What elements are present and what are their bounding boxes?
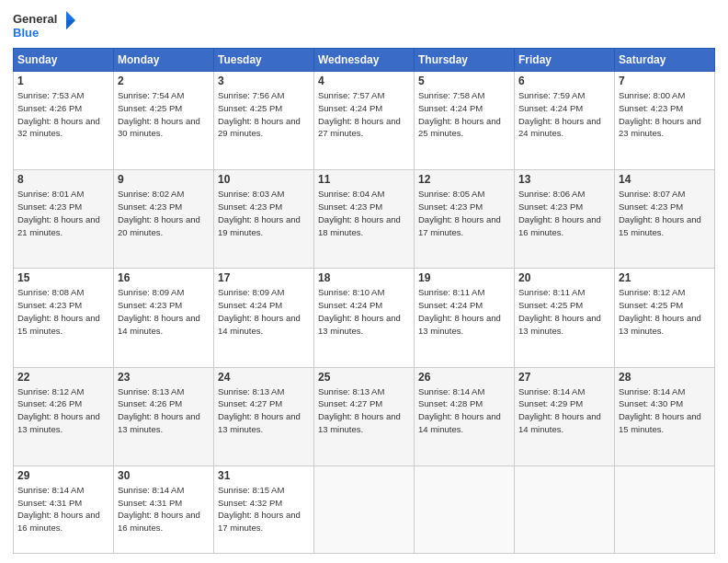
day-info: Sunrise: 8:07 AMSunset: 4:23 PMDaylight:… bbox=[619, 189, 701, 236]
svg-text:Blue: Blue bbox=[13, 26, 39, 40]
day-number: 19 bbox=[418, 271, 510, 284]
calendar-cell: 2 Sunrise: 7:54 AMSunset: 4:25 PMDayligh… bbox=[114, 72, 214, 170]
day-info: Sunrise: 8:08 AMSunset: 4:23 PMDaylight:… bbox=[17, 287, 100, 335]
svg-text:General: General bbox=[13, 12, 57, 26]
calendar-cell: 10 Sunrise: 8:03 AMSunset: 4:23 PMDaylig… bbox=[214, 170, 314, 269]
calendar-cell: 14 Sunrise: 8:07 AMSunset: 4:23 PMDaylig… bbox=[615, 170, 715, 269]
day-number: 22 bbox=[17, 371, 109, 384]
day-number: 4 bbox=[318, 75, 410, 87]
calendar-cell: 27 Sunrise: 8:14 AMSunset: 4:29 PMDaylig… bbox=[515, 367, 615, 465]
col-header-friday: Friday bbox=[515, 49, 615, 72]
calendar-cell: 1 Sunrise: 7:53 AMSunset: 4:26 PMDayligh… bbox=[14, 72, 114, 170]
day-number: 5 bbox=[418, 75, 510, 87]
day-number: 12 bbox=[418, 173, 510, 186]
calendar-cell: 9 Sunrise: 8:02 AMSunset: 4:23 PMDayligh… bbox=[114, 170, 214, 269]
week-row-1: 1 Sunrise: 7:53 AMSunset: 4:26 PMDayligh… bbox=[14, 72, 715, 170]
day-info: Sunrise: 8:14 AMSunset: 4:30 PMDaylight:… bbox=[619, 386, 701, 434]
day-info: Sunrise: 8:03 AMSunset: 4:23 PMDaylight:… bbox=[218, 189, 301, 236]
day-number: 2 bbox=[118, 75, 210, 87]
svg-marker-3 bbox=[66, 20, 75, 29]
calendar-cell: 3 Sunrise: 7:56 AMSunset: 4:25 PMDayligh… bbox=[214, 72, 314, 170]
day-info: Sunrise: 8:14 AMSunset: 4:31 PMDaylight:… bbox=[118, 485, 200, 533]
day-info: Sunrise: 8:11 AMSunset: 4:24 PMDaylight:… bbox=[418, 287, 501, 335]
day-number: 13 bbox=[518, 173, 610, 186]
calendar-cell bbox=[314, 465, 415, 553]
calendar-cell: 7 Sunrise: 8:00 AMSunset: 4:23 PMDayligh… bbox=[615, 72, 715, 170]
col-header-wednesday: Wednesday bbox=[314, 49, 415, 72]
calendar-cell: 25 Sunrise: 8:13 AMSunset: 4:27 PMDaylig… bbox=[314, 367, 415, 465]
week-row-5: 29 Sunrise: 8:14 AMSunset: 4:31 PMDaylig… bbox=[14, 465, 715, 553]
calendar-cell: 13 Sunrise: 8:06 AMSunset: 4:23 PMDaylig… bbox=[515, 170, 615, 269]
day-info: Sunrise: 7:57 AMSunset: 4:24 PMDaylight:… bbox=[318, 90, 401, 138]
calendar-cell: 30 Sunrise: 8:14 AMSunset: 4:31 PMDaylig… bbox=[114, 465, 214, 553]
day-info: Sunrise: 7:58 AMSunset: 4:24 PMDaylight:… bbox=[418, 90, 501, 138]
day-number: 16 bbox=[118, 271, 210, 284]
calendar-table: SundayMondayTuesdayWednesdayThursdayFrid… bbox=[13, 48, 715, 554]
day-number: 18 bbox=[318, 271, 410, 284]
day-info: Sunrise: 8:04 AMSunset: 4:23 PMDaylight:… bbox=[318, 189, 401, 236]
day-info: Sunrise: 8:15 AMSunset: 4:32 PMDaylight:… bbox=[218, 485, 301, 533]
calendar-cell: 26 Sunrise: 8:14 AMSunset: 4:28 PMDaylig… bbox=[415, 367, 515, 465]
day-info: Sunrise: 8:14 AMSunset: 4:31 PMDaylight:… bbox=[17, 485, 100, 533]
day-number: 28 bbox=[619, 371, 711, 384]
day-number: 21 bbox=[619, 271, 711, 284]
day-info: Sunrise: 8:02 AMSunset: 4:23 PMDaylight:… bbox=[118, 189, 200, 236]
col-header-saturday: Saturday bbox=[615, 49, 715, 72]
day-number: 15 bbox=[17, 271, 109, 284]
day-info: Sunrise: 8:00 AMSunset: 4:23 PMDaylight:… bbox=[619, 90, 701, 138]
day-number: 1 bbox=[17, 75, 109, 87]
day-number: 20 bbox=[518, 271, 610, 284]
day-info: Sunrise: 8:12 AMSunset: 4:25 PMDaylight:… bbox=[619, 287, 701, 335]
day-info: Sunrise: 8:11 AMSunset: 4:25 PMDaylight:… bbox=[518, 287, 601, 335]
calendar-cell bbox=[415, 465, 515, 553]
day-number: 24 bbox=[218, 371, 310, 384]
day-info: Sunrise: 8:09 AMSunset: 4:23 PMDaylight:… bbox=[118, 287, 200, 335]
day-number: 7 bbox=[619, 75, 711, 87]
day-info: Sunrise: 8:13 AMSunset: 4:27 PMDaylight:… bbox=[218, 386, 301, 434]
calendar-cell: 8 Sunrise: 8:01 AMSunset: 4:23 PMDayligh… bbox=[14, 170, 114, 269]
day-number: 9 bbox=[118, 173, 210, 186]
calendar-cell: 6 Sunrise: 7:59 AMSunset: 4:24 PMDayligh… bbox=[515, 72, 615, 170]
calendar-cell: 22 Sunrise: 8:12 AMSunset: 4:26 PMDaylig… bbox=[14, 367, 114, 465]
day-number: 31 bbox=[218, 469, 310, 482]
calendar-cell: 12 Sunrise: 8:05 AMSunset: 4:23 PMDaylig… bbox=[415, 170, 515, 269]
calendar-cell: 23 Sunrise: 8:13 AMSunset: 4:26 PMDaylig… bbox=[114, 367, 214, 465]
calendar-cell: 11 Sunrise: 8:04 AMSunset: 4:23 PMDaylig… bbox=[314, 170, 415, 269]
day-info: Sunrise: 8:14 AMSunset: 4:28 PMDaylight:… bbox=[418, 386, 501, 434]
day-info: Sunrise: 8:01 AMSunset: 4:23 PMDaylight:… bbox=[17, 189, 100, 236]
day-number: 29 bbox=[17, 469, 109, 482]
col-header-monday: Monday bbox=[114, 49, 214, 72]
calendar-cell: 31 Sunrise: 8:15 AMSunset: 4:32 PMDaylig… bbox=[214, 465, 314, 553]
day-info: Sunrise: 8:09 AMSunset: 4:24 PMDaylight:… bbox=[218, 287, 301, 335]
header: General Blue bbox=[13, 9, 715, 42]
calendar-cell: 21 Sunrise: 8:12 AMSunset: 4:25 PMDaylig… bbox=[615, 269, 715, 367]
day-info: Sunrise: 8:12 AMSunset: 4:26 PMDaylight:… bbox=[17, 386, 100, 434]
calendar-cell: 4 Sunrise: 7:57 AMSunset: 4:24 PMDayligh… bbox=[314, 72, 415, 170]
calendar-cell: 18 Sunrise: 8:10 AMSunset: 4:24 PMDaylig… bbox=[314, 269, 415, 367]
logo: General Blue bbox=[13, 9, 77, 42]
day-info: Sunrise: 7:53 AMSunset: 4:26 PMDaylight:… bbox=[17, 90, 100, 138]
day-number: 30 bbox=[118, 469, 210, 482]
col-header-tuesday: Tuesday bbox=[214, 49, 314, 72]
week-row-3: 15 Sunrise: 8:08 AMSunset: 4:23 PMDaylig… bbox=[14, 269, 715, 367]
day-number: 25 bbox=[318, 371, 410, 384]
day-number: 3 bbox=[218, 75, 310, 87]
day-info: Sunrise: 7:59 AMSunset: 4:24 PMDaylight:… bbox=[518, 90, 601, 138]
day-info: Sunrise: 8:06 AMSunset: 4:23 PMDaylight:… bbox=[518, 189, 601, 236]
day-number: 11 bbox=[318, 173, 410, 186]
day-number: 17 bbox=[218, 271, 310, 284]
day-number: 27 bbox=[518, 371, 610, 384]
calendar-cell: 28 Sunrise: 8:14 AMSunset: 4:30 PMDaylig… bbox=[615, 367, 715, 465]
logo-svg: General Blue bbox=[13, 9, 77, 42]
header-row: SundayMondayTuesdayWednesdayThursdayFrid… bbox=[14, 49, 715, 72]
calendar-cell: 20 Sunrise: 8:11 AMSunset: 4:25 PMDaylig… bbox=[515, 269, 615, 367]
day-info: Sunrise: 8:05 AMSunset: 4:23 PMDaylight:… bbox=[418, 189, 501, 236]
day-info: Sunrise: 8:13 AMSunset: 4:27 PMDaylight:… bbox=[318, 386, 401, 434]
day-info: Sunrise: 8:13 AMSunset: 4:26 PMDaylight:… bbox=[118, 386, 200, 434]
calendar-cell: 19 Sunrise: 8:11 AMSunset: 4:24 PMDaylig… bbox=[415, 269, 515, 367]
col-header-thursday: Thursday bbox=[415, 49, 515, 72]
day-info: Sunrise: 8:14 AMSunset: 4:29 PMDaylight:… bbox=[518, 386, 601, 434]
calendar-cell bbox=[515, 465, 615, 553]
day-info: Sunrise: 8:10 AMSunset: 4:24 PMDaylight:… bbox=[318, 287, 401, 335]
week-row-2: 8 Sunrise: 8:01 AMSunset: 4:23 PMDayligh… bbox=[14, 170, 715, 269]
